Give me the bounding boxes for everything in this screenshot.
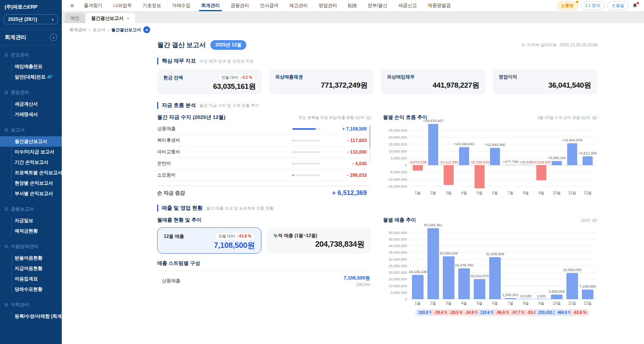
sidebar-item[interactable]: 당좌수표현황 [0, 284, 62, 295]
sidebar-item[interactable]: 매입매출전표 [0, 61, 62, 72]
bar-5월[interactable] [474, 279, 485, 299]
sidebar-item[interactable]: 월간결산보고서 [0, 136, 62, 147]
sidebar-section-header[interactable]: 이력관리 [0, 297, 62, 310]
sidebar-item[interactable]: 어음집계표 [0, 274, 62, 284]
top-nav-item[interactable]: 거래수집 [166, 0, 196, 11]
top-nav-item[interactable]: 영업관리 [313, 0, 342, 11]
bar-value-label: 32,292,528 [439, 251, 458, 255]
x-axis-tick: 9월 [534, 190, 549, 196]
top-nav-item[interactable]: 재고관리 [284, 0, 313, 11]
kpi-value: 441,978,227원 [387, 80, 480, 90]
sidebar-section-header[interactable]: 금융보고서 [0, 201, 62, 215]
top-nav-item[interactable]: 인사급여 [254, 0, 284, 11]
bar-4월[interactable] [458, 268, 470, 299]
breadcrumb-reports[interactable]: 보고서 [93, 27, 105, 33]
module-header: 회계관리 ‹ [0, 29, 62, 46]
ai-badge-icon[interactable]: AI [143, 26, 150, 33]
bar-12월[interactable] [583, 156, 593, 165]
sidebar-item[interactable]: 일반(대체)전표AI+ [0, 72, 62, 82]
bar-1월[interactable] [412, 275, 424, 299]
sales-section: 월매출 현황 및 추이 12월 매출 전월 대비: - 63.8 % 7,108… [157, 217, 597, 318]
sidebar-section-items: 등록/수정/삭제함 (회계관리) [0, 310, 62, 324]
sidebar-item[interactable]: 자금일보 [0, 215, 62, 226]
y-axis-tick: 15,000,000 [383, 277, 407, 281]
bar-2월[interactable] [427, 228, 439, 299]
sidebar-section-header[interactable]: 전표관리 [0, 47, 62, 61]
current-month-sales-card[interactable]: 12월 매출 전월 대비: - 63.8 % 7,108,500원 [157, 227, 261, 254]
section-bullet-icon [5, 207, 8, 211]
kpi-label: 외상매출채권 [275, 74, 303, 80]
section-header-kpi: 핵심 재무 지표 주요 재무 성과 및 건전성 지표 [157, 58, 597, 64]
bar-5월[interactable] [475, 165, 485, 188]
bar-6월[interactable] [489, 257, 501, 299]
bar-1월[interactable] [413, 165, 423, 171]
sidebar-section-header[interactable]: 증빙관리 [0, 85, 62, 98]
flow-amount: - 4,040 [326, 161, 367, 166]
top-nav-item[interactable]: 회계관리 [196, 0, 225, 11]
sidebar-item[interactable]: 프로젝트별 손익보고서 [0, 168, 62, 178]
mom-change-badge: -63.8 % [570, 309, 590, 316]
bar-value-label: 22,630 [520, 294, 531, 298]
fund-flow-row: 소모품비 - 296,033 [157, 169, 367, 181]
sidebar-section-items: 월간결산보고서미수/미지급 보고서기간 손익보고서프로젝트별 손익보고서현장별 … [0, 136, 62, 201]
bar-10월[interactable] [551, 295, 563, 299]
net-change-value: + 6,512,369 [332, 189, 367, 197]
scrollbar-track[interactable] [369, 125, 371, 163]
monthly-report: 월간 결산 보고서 2025년 12월 ⟳ 마지막 업데이트 : 2025.12… [157, 40, 597, 318]
bar-10월[interactable] [552, 161, 562, 165]
bar-8월[interactable] [520, 299, 532, 299]
kpi-label: 현금 잔액 [163, 75, 183, 81]
section-bullet-icon [5, 128, 8, 132]
bar-9월[interactable] [536, 165, 546, 180]
sidebar-item[interactable]: 기간 손익보고서 [0, 157, 62, 168]
bar-3월[interactable] [444, 165, 454, 185]
tab-monthly-report[interactable]: 월간결산보고서 × [86, 13, 135, 23]
sidebar-item[interactable]: 지급어음현황 [0, 263, 62, 274]
bar-11월[interactable] [567, 143, 577, 165]
bar-12월[interactable] [582, 290, 593, 299]
sidebar-section-header[interactable]: 보고서 [0, 122, 62, 136]
close-icon[interactable]: × [127, 15, 130, 21]
chat-button[interactable]: 소통방 [557, 1, 578, 10]
breadcrumb-accounting[interactable]: 회계관리 [69, 27, 86, 33]
sidebar-item[interactable]: 현장별 손익보고서 [0, 178, 62, 188]
bar-4월[interactable] [459, 147, 469, 165]
sidebar-item[interactable]: 미수/미지급 보고서 [0, 147, 62, 157]
top-nav-item[interactable]: 제증명발급 [422, 0, 456, 11]
sidebar-item[interactable]: 받을어음현황 [0, 253, 62, 263]
sidebar-item[interactable]: 예적금현황 [0, 226, 62, 236]
top-nav-item[interactable]: 즐겨찾기 [78, 0, 108, 11]
refresh-icon[interactable]: ⟳ [521, 42, 525, 48]
scrollbar-thumb[interactable] [369, 125, 371, 148]
bar-value-label: +22,630 [519, 160, 533, 164]
top-nav-item[interactable]: 기초정보 [137, 0, 166, 11]
top-nav-item[interactable]: B2B [342, 0, 362, 11]
sidebar-item[interactable]: 거래명세서 [0, 109, 62, 120]
x-axis-tick: 7월 [503, 301, 518, 306]
top-nav-item[interactable]: 금융관리 [225, 0, 254, 11]
top-nav-item[interactable]: 장부/결산 [362, 0, 393, 11]
content-area: 회계관리› 보고서› 월간결산보고서 AI 월간 결산 보고서 2025년 12… [62, 23, 644, 344]
y-axis-tick: -15,000,000 [383, 184, 407, 188]
bar-2월[interactable] [428, 124, 438, 165]
fiscal-year-selector[interactable]: 2025년 (29기) › [4, 14, 58, 24]
bar-9월[interactable] [536, 299, 547, 299]
tab-main[interactable]: 메인 [65, 13, 85, 23]
sidebar-collapse-button[interactable]: ‹ [50, 34, 57, 41]
bar-6월[interactable] [490, 148, 500, 165]
sales-cards: 12월 매출 전월 대비: - 63.8 % 7,108,500원 누적 매출 … [157, 227, 371, 254]
bar-11월[interactable] [566, 273, 578, 299]
bar-3월[interactable] [443, 256, 454, 299]
hamburger-menu-icon[interactable]: ≡ [62, 2, 78, 9]
sidebar-item[interactable]: 등록/수정/삭제함 (회계관리) [0, 311, 62, 322]
inquiry-button[interactable]: 1:1 문의 [581, 1, 605, 10]
top-nav-item[interactable]: 나의업무 [108, 0, 137, 11]
sidebar-item[interactable]: 부서별 손익보고서 [0, 188, 62, 199]
bar-7월[interactable] [505, 298, 516, 299]
bell-icon[interactable] [631, 2, 639, 10]
sidebar-section-header[interactable]: 어음당좌관리 [0, 239, 62, 252]
top-nav-item[interactable]: 세금신고 [393, 0, 422, 11]
sidebar-item[interactable]: 세금계산서 [0, 99, 62, 109]
help-button[interactable]: 도움말 [607, 1, 629, 10]
cumulative-sales-card[interactable]: 누적 매출 (1월~12월) 204,738,834원 [267, 227, 371, 254]
